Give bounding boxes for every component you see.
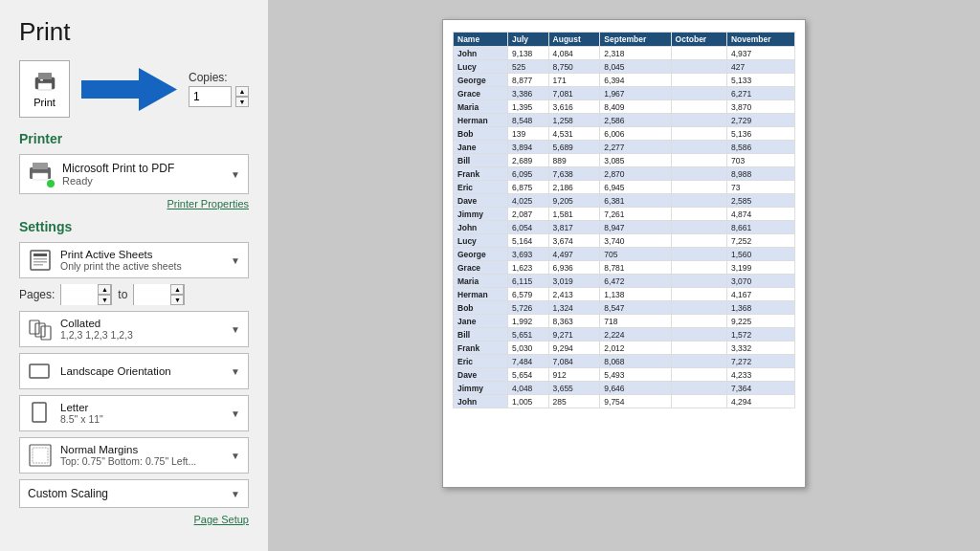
- printer-name: Microsoft Print to PDF: [62, 162, 223, 175]
- table-cell: 6,875: [508, 181, 549, 194]
- table-row: Bob1394,5316,0065,136: [454, 127, 795, 141]
- table-cell: 3,616: [548, 100, 600, 114]
- print-sheets-setting[interactable]: Print Active Sheets Only print the activ…: [19, 242, 249, 278]
- printer-properties-link[interactable]: Printer Properties: [19, 198, 249, 209]
- copies-up[interactable]: ▲: [235, 86, 249, 97]
- table-cell: 8,586: [726, 141, 794, 154]
- svg-rect-10: [33, 258, 47, 260]
- table-cell: 9,754: [600, 395, 671, 408]
- svg-rect-14: [35, 323, 45, 337]
- pages-label: Pages:: [19, 288, 55, 301]
- pages-from-input[interactable]: [61, 284, 98, 305]
- table-header: NameJulyAugustSeptemberOctoberNovember: [454, 33, 795, 47]
- table-cell: 4,937: [726, 47, 794, 60]
- svg-rect-17: [33, 403, 46, 422]
- table-cell: [671, 114, 726, 127]
- table-cell: 8,750: [548, 60, 600, 74]
- table-cell: Jane: [454, 315, 508, 328]
- custom-scaling-setting[interactable]: Custom Scaling ▼: [19, 479, 249, 508]
- pages-to-up[interactable]: ▲: [170, 284, 184, 295]
- margins-arrow: ▼: [231, 451, 240, 461]
- table-cell: 285: [548, 395, 600, 408]
- table-cell: 6,006: [600, 127, 671, 141]
- pages-from-up[interactable]: ▲: [98, 284, 111, 295]
- table-cell: 8,661: [726, 221, 794, 234]
- paper-size-setting[interactable]: Letter 8.5" x 11" ▼: [19, 395, 249, 431]
- table-cell: Eric: [454, 355, 508, 368]
- table-cell: 3,870: [726, 100, 794, 114]
- table-cell: 8,548: [508, 114, 549, 127]
- table-cell: 525: [508, 60, 549, 74]
- table-cell: Dave: [454, 368, 508, 382]
- paper-size-arrow: ▼: [231, 408, 240, 419]
- collated-text: Collated 1,2,3 1,2,3 1,2,3: [60, 318, 223, 341]
- svg-rect-19: [33, 448, 48, 463]
- table-cell: 9,225: [726, 315, 794, 328]
- copies-label: Copies:: [189, 71, 249, 84]
- table-row: Eric6,8752,1866,94573: [454, 181, 795, 194]
- margins-setting[interactable]: Normal Margins Top: 0.75" Bottom: 0.75" …: [19, 437, 249, 474]
- table-cell: 3,085: [600, 154, 671, 167]
- printer-selector[interactable]: Microsoft Print to PDF Ready ▼: [19, 154, 249, 194]
- table-cell: Eric: [454, 181, 508, 194]
- table-row: George8,8771716,3945,133: [454, 74, 795, 87]
- table-row: John9,1384,0842,3184,937: [454, 47, 795, 60]
- table-cell: 3,817: [548, 221, 600, 234]
- table-cell: [671, 368, 726, 382]
- table-cell: 1,005: [508, 395, 549, 408]
- table-cell: 2,586: [600, 114, 671, 127]
- table-cell: [671, 154, 726, 167]
- print-button[interactable]: Print: [19, 60, 70, 118]
- printer-status: Ready: [62, 175, 223, 187]
- table-col-header: November: [726, 33, 794, 47]
- pages-to-input[interactable]: [134, 284, 170, 305]
- table-row: Herman6,5792,4131,1384,167: [454, 288, 795, 301]
- table-cell: 7,081: [548, 87, 600, 100]
- table-cell: 8,068: [600, 355, 671, 368]
- print-label: Print: [33, 97, 56, 108]
- table-row: Frank5,0309,2942,0123,332: [454, 342, 795, 355]
- print-controls: Print Copies: ▲ ▼: [19, 60, 249, 118]
- table-cell: Grace: [454, 87, 508, 100]
- table-cell: [671, 275, 726, 288]
- table-cell: 2,689: [508, 154, 549, 167]
- table-cell: 8,781: [600, 261, 671, 275]
- table-cell: 4,233: [726, 368, 794, 382]
- svg-marker-4: [81, 68, 177, 111]
- table-cell: 7,638: [548, 167, 600, 181]
- table-cell: 3,199: [726, 261, 794, 275]
- table-cell: 912: [548, 368, 600, 382]
- table-cell: [671, 355, 726, 368]
- preview-sheet: NameJulyAugustSeptemberOctoberNovember J…: [442, 19, 806, 488]
- copies-input[interactable]: [189, 86, 232, 107]
- table-cell: 6,936: [548, 261, 600, 275]
- collated-icon: [28, 317, 53, 342]
- table-cell: 6,394: [600, 74, 671, 87]
- table-cell: 2,186: [548, 181, 600, 194]
- table-cell: [671, 60, 726, 74]
- table-cell: 73: [726, 181, 794, 194]
- copies-area: Copies: ▲ ▼: [189, 71, 249, 107]
- table-cell: 6,579: [508, 288, 549, 301]
- collated-setting[interactable]: Collated 1,2,3 1,2,3 1,2,3 ▼: [19, 311, 249, 347]
- table-cell: Herman: [454, 114, 508, 127]
- pages-to-label: to: [118, 288, 127, 301]
- table-row: Bill5,6519,2712,2241,572: [454, 328, 795, 342]
- paper-size-icon: [28, 401, 53, 426]
- table-cell: 8,947: [600, 221, 671, 234]
- table-col-header: Name: [454, 33, 508, 47]
- table-cell: Jimmy: [454, 208, 508, 221]
- table-cell: [671, 47, 726, 60]
- page-setup-link[interactable]: Page Setup: [19, 514, 249, 525]
- copies-down[interactable]: ▼: [235, 97, 249, 107]
- table-row: Lucy5,1643,6743,7407,252: [454, 234, 795, 248]
- svg-rect-13: [30, 320, 39, 334]
- pages-to-down[interactable]: ▼: [170, 295, 184, 305]
- table-cell: 5,164: [508, 234, 549, 248]
- table-cell: 3,674: [548, 234, 600, 248]
- table-cell: 1,581: [548, 208, 600, 221]
- svg-rect-15: [41, 326, 51, 340]
- pages-from-down[interactable]: ▼: [98, 295, 111, 305]
- orientation-setting[interactable]: Landscape Orientation ▼: [19, 353, 249, 389]
- table-cell: 4,874: [726, 208, 794, 221]
